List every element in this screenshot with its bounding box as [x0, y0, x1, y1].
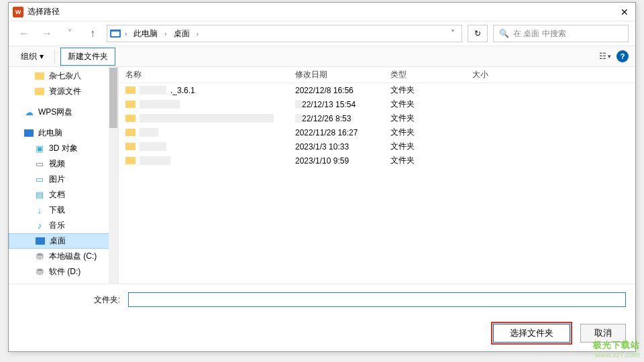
sidebar-item-disk-d[interactable]: ⛃软件 (D:): [9, 264, 118, 280]
dialog-title: 选择路径: [28, 6, 618, 17]
view-options-button[interactable]: ☷▾: [598, 49, 612, 64]
sidebar-item-desktop[interactable]: 桌面: [9, 233, 118, 249]
folder-icon: [125, 115, 136, 122]
pictures-icon: ▭: [34, 174, 45, 185]
new-folder-button[interactable]: 新建文件夹: [60, 48, 115, 66]
wps-logo-icon: W: [13, 7, 23, 17]
search-icon: 🔍: [499, 29, 509, 38]
folder-name-input[interactable]: [128, 292, 626, 307]
sidebar-item-music[interactable]: ♪音乐: [9, 218, 118, 233]
forward-button: →: [38, 25, 56, 42]
disk-icon: ⛃: [34, 267, 45, 278]
highlight-annotation: 选择文件夹: [491, 322, 572, 345]
help-button[interactable]: ?: [616, 50, 629, 62]
column-header: 名称 修改日期 类型 大小: [119, 67, 635, 83]
disk-icon: ⛃: [34, 251, 45, 262]
chevron-right-icon: ›: [123, 30, 128, 38]
refresh-button[interactable]: ↻: [468, 25, 488, 42]
video-icon: ▭: [34, 159, 45, 170]
main-area: 杂七杂八 资源文件 ☁WPS网盘 此电脑 ▣3D 对象 ▭视频 ▭图片 ▤文档 …: [9, 67, 635, 284]
table-row[interactable]: xx 2022/11/28 16:27 文件夹: [119, 125, 635, 139]
sidebar-item-this-pc[interactable]: 此电脑: [9, 125, 118, 141]
chevron-right-icon: ›: [163, 30, 168, 38]
caret-down-icon: ▾: [40, 52, 44, 61]
organize-button[interactable]: 组织 ▾: [15, 48, 49, 65]
navbar: ← → ˅ ↑ › 此电脑 › 桌面 › ˅ ↻ 🔍 在 桌面 中搜索: [9, 21, 635, 46]
3d-icon: ▣: [34, 143, 45, 154]
sidebar-item-wps[interactable]: ☁WPS网盘: [9, 105, 118, 120]
toolbar: 组织 ▾ 新建文件夹 ☷▾ ?: [9, 46, 635, 67]
sidebar-item-resources[interactable]: 资源文件: [9, 84, 118, 99]
close-button[interactable]: ✕: [618, 5, 631, 19]
address-drop-icon[interactable]: ˅: [447, 29, 459, 38]
history-dropdown[interactable]: ˅: [61, 25, 78, 42]
table-row[interactable]: xxx 2023/1/3 10:33 文件夹: [119, 139, 635, 154]
sidebar-item-pictures[interactable]: ▭图片: [9, 172, 118, 187]
back-button[interactable]: ←: [15, 25, 33, 42]
download-icon: ↓: [34, 205, 45, 216]
sidebar-item-video[interactable]: ▭视频: [9, 156, 118, 172]
file-rows: xxx._3.6.1 2022/12/8 16:56 文件夹 xxx x22/1…: [119, 83, 635, 284]
cloud-icon: ☁: [23, 107, 34, 118]
table-row[interactable]: xxx x22/12/26 8:53 文件夹: [119, 111, 635, 125]
column-type[interactable]: 类型: [390, 69, 472, 80]
folder-icon: [125, 86, 136, 94]
music-icon: ♪: [34, 221, 45, 231]
folder-icon: [125, 143, 136, 150]
table-row[interactable]: xxx 2023/1/10 9:59 文件夹: [119, 154, 635, 168]
sidebar-item-misc[interactable]: 杂七杂八: [9, 68, 118, 84]
file-dialog: W 选择路径 ✕ ← → ˅ ↑ › 此电脑 › 桌面 › ˅ ↻ 🔍 在 桌面…: [8, 2, 636, 352]
bottom-panel: 文件夹: 选择文件夹 取消: [9, 284, 635, 351]
chevron-right-icon: ›: [195, 30, 200, 38]
sidebar-item-downloads[interactable]: ↓下载: [9, 202, 118, 218]
address-bar[interactable]: › 此电脑 › 桌面 › ˅: [107, 25, 462, 42]
cancel-button[interactable]: 取消: [580, 324, 626, 343]
sidebar-item-disk-c[interactable]: ⛃本地磁盘 (C:): [9, 249, 118, 264]
folder-icon: [125, 101, 136, 108]
sidebar: 杂七杂八 资源文件 ☁WPS网盘 此电脑 ▣3D 对象 ▭视频 ▭图片 ▤文档 …: [9, 67, 119, 284]
table-row[interactable]: xxx._3.6.1 2022/12/8 16:56 文件夹: [119, 83, 635, 97]
documents-icon: ▤: [34, 190, 45, 200]
this-pc-icon: [110, 29, 121, 38]
titlebar: W 选择路径 ✕: [9, 3, 635, 21]
column-date[interactable]: 修改日期: [295, 69, 390, 80]
file-list: 名称 修改日期 类型 大小 xxx._3.6.1 2022/12/8 16:56…: [119, 67, 635, 284]
column-name[interactable]: 名称: [119, 69, 295, 80]
sidebar-item-documents[interactable]: ▤文档: [9, 187, 118, 202]
up-button[interactable]: ↑: [84, 25, 101, 42]
table-row[interactable]: xxx x22/12/13 15:54 文件夹: [119, 97, 635, 111]
breadcrumb-desktop[interactable]: 桌面: [171, 27, 193, 41]
folder-label: 文件夹:: [18, 294, 124, 306]
search-placeholder: 在 桌面 中搜索: [513, 28, 566, 40]
select-folder-button[interactable]: 选择文件夹: [493, 324, 570, 343]
column-size[interactable]: 大小: [472, 69, 539, 80]
pc-icon: [23, 128, 34, 139]
breadcrumb-this-pc[interactable]: 此电脑: [131, 27, 160, 41]
search-input[interactable]: 🔍 在 桌面 中搜索: [493, 25, 629, 42]
folder-icon: [125, 157, 136, 164]
sidebar-scrollbar[interactable]: [109, 67, 118, 284]
desktop-icon: [35, 236, 46, 247]
sidebar-item-3d[interactable]: ▣3D 对象: [9, 141, 118, 156]
folder-icon: [125, 129, 136, 136]
